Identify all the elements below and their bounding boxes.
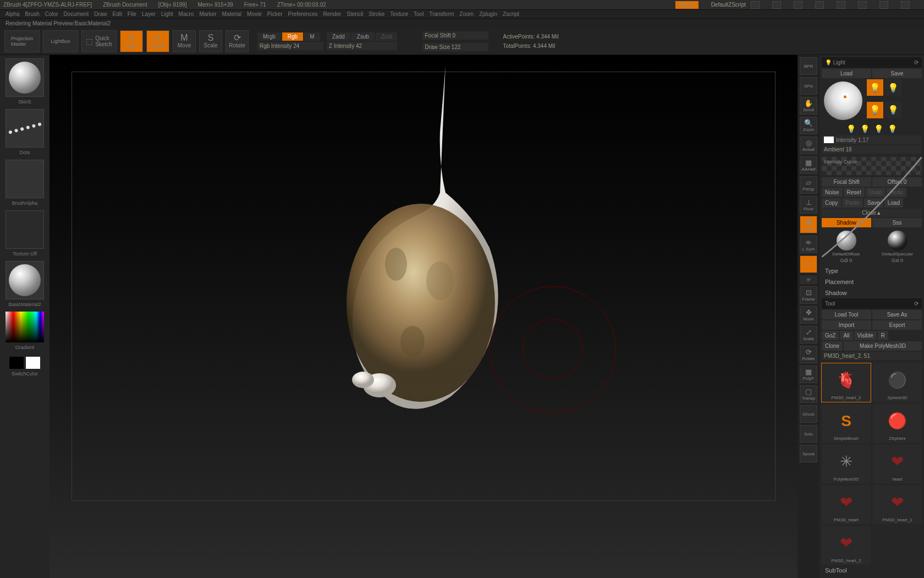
light-panel-header[interactable]: 💡 Light⟳ (822, 57, 922, 68)
wave-icon[interactable] (751, 1, 760, 9)
visible-button[interactable]: Visible (854, 331, 877, 340)
transp-button[interactable]: ▢Transp (800, 385, 817, 403)
zoom-button[interactable]: 🔍Zoom (800, 117, 817, 134)
menu-stencil[interactable]: Stencil (346, 11, 363, 17)
fg-bg-swatches[interactable] (9, 357, 40, 369)
rgb-button[interactable]: Rgb (282, 32, 303, 41)
menu-tool[interactable]: Tool (414, 11, 424, 17)
draw-size-slider[interactable]: Draw Size 122 (422, 43, 488, 51)
light-3-toggle[interactable]: 💡 (867, 102, 883, 118)
brush-swatch[interactable] (6, 58, 44, 97)
light-4-toggle[interactable]: 💡 (885, 102, 901, 118)
menu-render[interactable]: Render (323, 11, 342, 17)
load-tool-button[interactable]: Load Tool (822, 310, 871, 319)
rotate-mode-button[interactable]: ⟳Rotate (226, 30, 249, 52)
tool-item[interactable]: 🫀PM3D_heart_2 (822, 363, 871, 402)
r-button[interactable]: R (878, 331, 888, 340)
menu-zplugin[interactable]: Zplugin (479, 11, 497, 17)
persp-button[interactable]: ▱Persp (800, 176, 817, 194)
floor-button[interactable]: ⊥Floor (800, 196, 817, 214)
projection-master-button[interactable]: Projection Master (4, 30, 40, 52)
menu-alpha[interactable]: Alpha (6, 11, 20, 17)
light-2-toggle[interactable]: 💡 (885, 79, 901, 96)
lock-icon[interactable] (837, 1, 845, 9)
tool-item[interactable]: ⚫Sphere3D (873, 363, 922, 402)
xyz-button[interactable]: XYZ (800, 255, 817, 273)
layout-icon-1[interactable] (772, 1, 781, 9)
menu-color[interactable]: Color (45, 11, 58, 17)
type-section[interactable]: Type (822, 265, 922, 276)
mini-bulb-icon[interactable]: 💡 (860, 124, 870, 133)
menu-texture[interactable]: Texture (390, 11, 408, 17)
ghost-button[interactable]: Ghost (800, 405, 817, 423)
bpr-button[interactable]: BPR (800, 57, 817, 75)
z-intensity-slider[interactable]: Z Intensity 42 (327, 42, 397, 50)
menu-material[interactable]: Material (222, 11, 242, 17)
minimize-icon[interactable] (858, 1, 867, 9)
all-button[interactable]: All (840, 331, 853, 340)
tool-panel-header[interactable]: Tool⟳ (822, 298, 922, 309)
menu-zscript[interactable]: Zscript (503, 11, 519, 17)
import-button[interactable]: Import (822, 320, 871, 330)
light-1-toggle[interactable]: 💡 (867, 79, 883, 96)
menu-transform[interactable]: Transform (429, 11, 454, 17)
ambient-field[interactable]: Ambient 18 (822, 145, 922, 154)
mrgb-button[interactable]: Mrgb (257, 32, 281, 41)
stroke-swatch[interactable] (6, 109, 44, 148)
make-polymesh-button[interactable]: Make PolyMesh3D (844, 341, 922, 351)
aahalf-button[interactable]: ▦AAHalf (800, 156, 817, 174)
tool-item[interactable]: ❤PM3D_heart (822, 486, 871, 524)
spix-button[interactable]: SPix (800, 77, 817, 95)
menu-layer[interactable]: Layer (142, 11, 156, 17)
quick-sketch-button[interactable]: ⬚Quick Sketch (81, 30, 117, 52)
frame-button[interactable]: ⊡Frame (800, 286, 817, 304)
shadow-section[interactable]: Shadow (822, 287, 922, 298)
tool-item[interactable]: ❤heart (873, 445, 922, 483)
scale-button[interactable]: ⤢Scale (800, 326, 817, 343)
menu-file[interactable]: File (128, 11, 136, 17)
save-as-button[interactable]: Save As (872, 310, 922, 319)
placement-section[interactable]: Placement (822, 276, 922, 287)
mini-bulb-icon[interactable]: 💡 (874, 124, 883, 133)
material-swatch[interactable] (6, 261, 44, 299)
actual-button[interactable]: ◎Actual (800, 137, 817, 154)
polyf-button[interactable]: ▦PolyF (800, 366, 817, 383)
menu-marker[interactable]: Marker (199, 11, 216, 17)
collapse-icon[interactable]: ⟳ (914, 59, 919, 66)
edit-mode-button[interactable]: ✎Edit (120, 30, 143, 52)
close-icon[interactable] (901, 1, 910, 9)
light-sphere[interactable] (824, 81, 862, 120)
xpose-button[interactable]: Xpose (800, 445, 817, 462)
zsub-button[interactable]: Zsub (351, 32, 375, 41)
menu-draw[interactable]: Draw (94, 11, 107, 17)
menu-preferences[interactable]: Preferences (288, 11, 318, 17)
menu-document[interactable]: Document (64, 11, 89, 17)
maximize-icon[interactable] (879, 1, 888, 9)
zcut-button[interactable]: Zcut (376, 32, 397, 41)
intensity-curve[interactable]: Intensity Curve (822, 157, 922, 175)
tool-item[interactable]: ✳PolyMesh3D (822, 445, 871, 483)
menu-brush[interactable]: Brush (25, 11, 40, 17)
m-button[interactable]: M (304, 32, 320, 41)
layout-icon-3[interactable] (815, 1, 824, 9)
layout-icon-2[interactable] (794, 1, 802, 9)
default-zscript[interactable]: DefaultZScript (711, 2, 746, 8)
intensity-field[interactable]: Intensity 1.17 (822, 135, 922, 144)
menu-picker[interactable]: Picker (267, 11, 283, 17)
draw-mode-button[interactable]: ✏Draw (146, 30, 169, 52)
light-load-button[interactable]: Load (822, 69, 871, 78)
lightbox-button[interactable]: LightBox (43, 30, 78, 52)
scroll-button[interactable]: ✋Scroll (800, 97, 817, 114)
collapse-icon[interactable]: ⟳ (914, 301, 919, 307)
menu-macro[interactable]: Macro (179, 11, 194, 17)
rgb-intensity-slider[interactable]: Rgb Intensity 24 (257, 42, 323, 50)
menu-stroke[interactable]: Stroke (369, 11, 384, 17)
tool-item[interactable]: SSimpleBrush (822, 404, 871, 443)
menu-zoom[interactable]: Zoom (460, 11, 474, 17)
local-button[interactable]: ◉Local (800, 216, 817, 233)
canvas[interactable] (50, 55, 798, 578)
clone-button[interactable]: Clone (822, 341, 843, 351)
goz-button[interactable]: GoZ (822, 331, 839, 340)
tool-item[interactable]: ❤PM3D_heart_2 (822, 526, 871, 565)
menu-movie[interactable]: Movie (247, 11, 262, 17)
